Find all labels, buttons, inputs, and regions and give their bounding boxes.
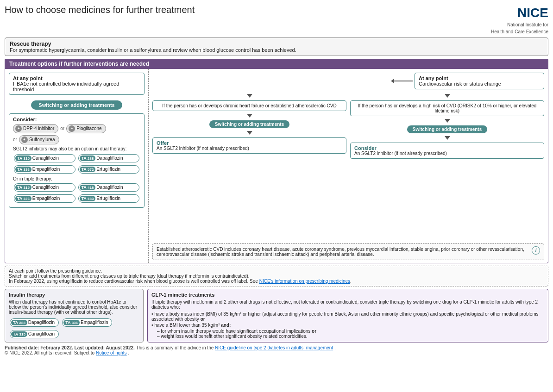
horizontal-arrow: [391, 79, 413, 83]
glp-bullet2: • have a BMI lower than 35 kg/m² and:: [151, 323, 544, 328]
arrow-down-1: [247, 94, 252, 98]
insulin-title: Insulin therapy: [9, 292, 139, 298]
arrow-down-2b: [445, 119, 450, 123]
dapagliflozin-dual: TA 288 Dapagliflozin: [78, 154, 140, 162]
page-title: How to choose medicines for further trea…: [5, 5, 195, 15]
footer-line2: © NICE 2022. All rights reserved. Subjec…: [5, 350, 548, 355]
dapagliflozin-insulin: TA 288 Dapagliflozin: [10, 318, 59, 327]
rescue-box: Rescue therapy For symptomatic hyperglyc…: [5, 37, 548, 56]
at-any-point-left-label: At any point: [13, 75, 140, 81]
pioglitazone-label: Pioglitazone: [76, 126, 101, 131]
sulfonylurea-pill: ✦ Sulfonylurea: [19, 135, 59, 144]
nice-logo: NICE National Institute forHealth and Ca…: [491, 5, 548, 35]
nice-guideline-link[interactable]: NICE guideline on type 2 diabetes in adu…: [215, 345, 333, 350]
dpp4-pill: ✦ DPP-4 inhibitor: [13, 124, 58, 133]
nice-logo-subtitle: National Institute forHealth and Care Ex…: [491, 22, 548, 34]
sulfonylurea-label: Sulfonylurea: [29, 137, 55, 142]
dpp4-icon: ✦: [15, 125, 22, 132]
at-any-point-right-box: At any point Cardiovascular risk or stat…: [415, 73, 544, 89]
glp-text1: If triple therapy with metformin and 2 o…: [151, 299, 544, 310]
empagliflozin-dual: TA 336 Empagliflozin: [14, 165, 75, 174]
pioglitazone-pill: ✦ Pioglitazone: [66, 124, 106, 133]
prescribing-link[interactable]: NICE's information on prescribing medici…: [259, 279, 350, 284]
notice-of-rights-link[interactable]: Notice of rights: [96, 350, 127, 355]
empagliflozin-triple: TA 336 Empagliflozin: [14, 194, 75, 203]
bottom-section: Insulin therapy When dual therapy has no…: [5, 289, 548, 342]
at-any-point-left-box: At any point HBA1c not controlled below …: [9, 73, 145, 95]
offer-desc: An SGLT2 inhibitor (if not already presc…: [157, 146, 342, 151]
insulin-text: When dual therapy has not continued to c…: [9, 299, 139, 315]
arrow-down-1c: [247, 131, 252, 135]
consider-desc-b2: An SGLT2 inhibitor (if not already presc…: [354, 151, 540, 156]
sglt2-text: SGLT2 inhibitors may also be an option i…: [13, 146, 140, 151]
triple-therapy-grid: TA 315 Canagliflozin TA 418 Dapagliflozi…: [13, 182, 140, 204]
consider-box-branch2: Consider An SGLT2 inhibitor (if not alre…: [350, 143, 544, 159]
right-panel: At any point Cardiovascular risk or stat…: [149, 69, 548, 263]
pioglitazone-icon: ✦: [69, 125, 75, 132]
treatment-banner: Treatment options if further interventio…: [5, 59, 548, 69]
dpp4-label: DPP-4 inhibitor: [23, 126, 54, 131]
main-content: At any point HBA1c not controlled below …: [5, 69, 548, 263]
glp-sub-bullet2: – weight loss would benefit other signif…: [151, 334, 544, 339]
consider-title-b2: Consider: [354, 145, 540, 151]
at-any-point-left-desc: HBA1c not controlled below individually …: [13, 81, 140, 92]
footer-line1: Published date: February 2022. Last upda…: [5, 345, 548, 350]
canagliflozin-triple: TA 315 Canagliflozin: [14, 183, 75, 192]
cvd-condition-2: If the person has or develops a high ris…: [350, 100, 544, 116]
empagliflozin-insulin: TA 336 Empagliflozin: [62, 318, 112, 327]
consider-box: Consider: ✦ DPP-4 inhibitor or ✦ Pioglit…: [9, 113, 145, 208]
glp-title: GLP-1 mimetic treatments: [151, 292, 544, 298]
cvd-branch-1: If the person has or develops chronic he…: [152, 93, 346, 242]
or-1: or: [60, 126, 64, 131]
drug-row-1: ✦ DPP-4 inhibitor or ✦ Pioglitazone: [13, 124, 140, 133]
dual-therapy-grid: TA 315 Canagliflozin TA 288 Dapagliflozi…: [13, 153, 140, 174]
triple-label: Or in triple therapy:: [13, 176, 140, 181]
rescue-title: Rescue therapy: [10, 41, 51, 47]
left-panel: At any point HBA1c not controlled below …: [5, 69, 149, 263]
offer-title: Offer: [157, 140, 342, 146]
canagliflozin-dual: TA 315 Canagliflozin: [14, 154, 75, 162]
glp-box: GLP-1 mimetic treatments If triple thera…: [147, 289, 548, 342]
dapagliflozin-triple: TA 418 Dapagliflozin: [78, 183, 140, 192]
notes-section: At each point follow the prescribing gui…: [5, 266, 548, 286]
consider-title: Consider:: [13, 117, 140, 122]
cvd-note-text: Established atherosclerotic CVD includes…: [157, 247, 524, 257]
or-2: or: [13, 137, 17, 142]
sulfonylurea-icon: ✦: [21, 137, 28, 143]
at-any-point-right-label: At any point: [419, 75, 540, 81]
arrow-down-2: [445, 94, 450, 98]
ertugliflozin-dual: TA 572 Ertugliflozin: [78, 165, 140, 174]
nice-logo-text: NICE: [491, 5, 548, 21]
glp-sub-bullet1: – for whom insulin therapy would have si…: [151, 329, 544, 334]
note-3: In February 2022, using ertugliflozin to…: [9, 279, 544, 284]
canagliflozin-insulin: TA 315 Canagliflozin: [10, 330, 59, 338]
arrow-down-1b: [247, 114, 252, 118]
arrow-down-2c: [445, 136, 450, 140]
note-1: At each point follow the prescribing gui…: [9, 268, 544, 274]
footer: Published date: February 2022. Last upda…: [5, 345, 548, 355]
insulin-box: Insulin therapy When dual therapy has no…: [5, 289, 144, 342]
rescue-description: For symptomatic hyperglycaemia, consider…: [10, 47, 296, 53]
footer-published: Published date: February 2022. Last upda…: [5, 345, 135, 350]
ertugliflozin-triple: TA 583 Ertugliflozin: [78, 194, 140, 203]
cvd-note-box: Established atherosclerotic CVD includes…: [152, 243, 544, 260]
switching-btn-branch2: Switching or adding treatments: [407, 125, 487, 133]
drug-row-2: or ✦ Sulfonylurea: [13, 135, 140, 144]
cvd-branch-2: If the person has or develops a high ris…: [350, 93, 544, 242]
offer-box: Offer An SGLT2 inhibitor (if not already…: [152, 137, 346, 154]
cvd-condition-1: If the person has or develops chronic he…: [152, 100, 346, 111]
at-any-point-right-desc: Cardiovascular risk or status change: [419, 81, 540, 87]
switching-btn-left: Switching or adding treatments: [31, 100, 122, 110]
note-2: Switch or add treatments from different …: [9, 274, 544, 279]
glp-bullet1: • have a body mass index (BMI) of 35 kg/…: [151, 311, 544, 322]
info-icon: i: [532, 246, 540, 255]
switching-btn-branch1: Switching or adding treatments: [209, 120, 289, 128]
